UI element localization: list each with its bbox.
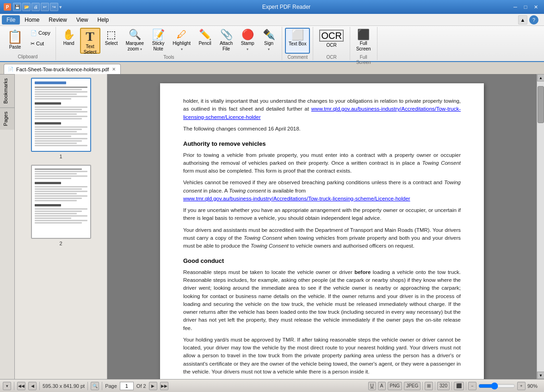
tab-bar: 📄 Fact-Sheet-Tow-truck-licence-holders.p…: [0, 62, 544, 74]
close-button[interactable]: ✕: [531, 2, 540, 12]
pdf-section1-p1: Prior to towing a vehicle from private p…: [183, 151, 461, 175]
nav-next-btn[interactable]: ▶: [149, 382, 157, 390]
nav-search-btn[interactable]: 🔍: [91, 382, 99, 390]
quick-access: 💾 📂 🖨 ↩ ↪ ▾: [13, 3, 62, 11]
maximize-button[interactable]: □: [521, 2, 530, 12]
ribbon-group-fullscreen: ⬛ FullScreen FullScreen: [350, 27, 377, 60]
undo-btn[interactable]: ↩: [41, 3, 49, 11]
sep6: [435, 382, 435, 390]
redo-btn[interactable]: ↪: [50, 3, 58, 11]
pdf-link-2[interactable]: www.tmr.qld.gov.au/business-industry/Acc…: [183, 196, 410, 201]
nav-first-btn[interactable]: ◀◀: [17, 382, 25, 390]
ocr-button[interactable]: OCR OCR: [316, 28, 346, 54]
fullscreen-button[interactable]: ⬛ FullScreen: [353, 28, 374, 54]
paste-label: Paste: [9, 44, 21, 50]
ribbon-minimize-btn[interactable]: ▲: [518, 15, 527, 25]
thumbnail-1[interactable]: 1: [19, 78, 103, 159]
jpeg-toggle[interactable]: JPEG: [404, 382, 420, 390]
status-right: U A PNG JPEG ⊞ 320 ⬛ − + 90%: [368, 382, 541, 390]
menu-view[interactable]: View: [72, 15, 93, 25]
pdf-intro-para: holder, it is vitally important that you…: [183, 97, 461, 121]
scroll-track[interactable]: [537, 81, 544, 372]
text-a-toggle[interactable]: A: [378, 382, 386, 390]
right-scrollbar[interactable]: ▲ ▼: [537, 74, 544, 379]
text-select-button[interactable]: T TextSelect: [80, 28, 100, 54]
minimize-button[interactable]: ─: [511, 2, 520, 12]
pdf-changes-date: The following changes commenced 16 April…: [183, 125, 461, 133]
zoom-in-btn[interactable]: +: [517, 382, 525, 390]
sep8: [466, 382, 466, 390]
clipboard-label: Clipboard: [18, 54, 37, 59]
pdf-tab[interactable]: 📄 Fact-Sheet-Tow-truck-licence-holders.p…: [4, 64, 121, 74]
paste-button[interactable]: 📋 Paste: [3, 28, 27, 51]
select-label: Select: [105, 41, 118, 46]
print-quick-btn[interactable]: 🖨: [31, 3, 40, 11]
grid-btn[interactable]: ⊞: [425, 382, 433, 390]
ribbon-group-clipboard: 📋 Paste 📄 Copy ✂ Cut Clipboard: [0, 27, 56, 60]
page-input[interactable]: [120, 382, 134, 390]
menu-help[interactable]: Help: [93, 15, 114, 25]
title-bar-left: P 💾 📂 🖨 ↩ ↪ ▾: [4, 3, 62, 11]
marquee-zoom-button[interactable]: 🔍 Marqueezoom ▾: [123, 28, 147, 54]
fullscreen-content: ⬛ FullScreen: [353, 28, 374, 54]
scroll-thumb[interactable]: [538, 86, 544, 123]
cut-label: Cut: [36, 41, 44, 46]
page-of-label: Of 2: [136, 383, 146, 389]
attach-file-button[interactable]: 📎 AttachFile: [216, 28, 236, 54]
text-box-label: Text Box: [289, 41, 306, 47]
counter-btn[interactable]: 320: [437, 382, 450, 390]
copy-button[interactable]: 📄 Copy: [28, 28, 53, 38]
nav-last-btn[interactable]: ▶▶: [160, 382, 168, 390]
cut-button[interactable]: ✂ Cut: [28, 38, 53, 49]
zoom-out-btn[interactable]: −: [468, 382, 476, 390]
sticky-note-button[interactable]: 📝 StickyNote: [148, 28, 168, 54]
attach-file-label: AttachFile: [220, 41, 233, 52]
open-quick-btn[interactable]: 📂: [22, 3, 31, 11]
tools-label: Tools: [163, 55, 174, 60]
stamp-button[interactable]: 🔴 Stamp ▾: [237, 28, 258, 54]
ocr-icon: OCR: [319, 30, 343, 42]
pencil-button[interactable]: ✏️ Pencil: [195, 28, 215, 54]
sep3: [87, 382, 88, 390]
sep1: [14, 382, 14, 390]
ribbon-group-comment: ⬜ Text Box Comment: [282, 27, 313, 60]
pdf-section1-p3: If you are uncertain whether you have an…: [183, 206, 461, 223]
sign-button[interactable]: ✒️ Sign ▾: [259, 28, 279, 54]
pdf-area[interactable]: holder, it is vitally important that you…: [107, 74, 537, 379]
ribbon-group-tools: ✋ Hand T TextSelect ⬚ Select 🔍 Marqueezo…: [56, 27, 282, 60]
status-bar: ▾ ◀◀ ◀ 595.30 x 841.90 pt 🔍 Page Of 2 ▶ …: [0, 379, 544, 392]
zoom-slider[interactable]: [478, 383, 515, 389]
nav-prev-btn[interactable]: ◀: [28, 382, 37, 390]
pages-tab[interactable]: Pages: [0, 107, 14, 130]
scroll-up-btn[interactable]: ▲: [537, 74, 544, 81]
status-dropdown-btn[interactable]: ▾: [3, 382, 11, 390]
bookmarks-tab[interactable]: Bookmarks: [0, 74, 14, 107]
select-button[interactable]: ⬚ Select: [101, 28, 122, 54]
menu-review[interactable]: Review: [44, 15, 71, 25]
tools-content: ✋ Hand T TextSelect ⬚ Select 🔍 Marqueezo…: [59, 28, 279, 54]
png-toggle[interactable]: PNG: [388, 382, 402, 390]
menu-file[interactable]: File: [2, 15, 20, 25]
menu-bar: File Home Review View Help ▲ ?: [0, 14, 544, 26]
sign-label: Sign: [264, 41, 273, 46]
text-box-button[interactable]: ⬜ Text Box: [285, 28, 310, 54]
view-icon-btn[interactable]: ⬛: [454, 382, 464, 390]
underline-toggle[interactable]: U: [368, 382, 376, 390]
stamp-icon: 🔴: [241, 30, 254, 40]
customize-arrow[interactable]: ▾: [59, 4, 62, 10]
scroll-down-btn[interactable]: ▼: [537, 372, 544, 379]
pdf-tab-close[interactable]: ✕: [112, 67, 116, 72]
fullscreen-label: FullScreen: [356, 41, 371, 52]
hand-button[interactable]: ✋ Hand: [59, 28, 79, 54]
app-icon: P: [4, 3, 11, 11]
highlight-icon: 🖊: [177, 30, 187, 40]
pdf-link-1[interactable]: www.tmr.qld.gov.au/business-industry/Acc…: [183, 106, 461, 119]
highlight-button[interactable]: 🖊 Highlight ▾: [169, 28, 194, 54]
thumbnail-2[interactable]: 2: [19, 165, 103, 246]
help-circle-btn[interactable]: ?: [529, 15, 538, 25]
thumbnail-num-2: 2: [59, 241, 62, 246]
menu-home[interactable]: Home: [20, 15, 44, 25]
save-quick-btn[interactable]: 💾: [13, 3, 21, 11]
cut-icon: ✂: [31, 41, 35, 47]
highlight-arrow: ▾: [181, 47, 183, 51]
